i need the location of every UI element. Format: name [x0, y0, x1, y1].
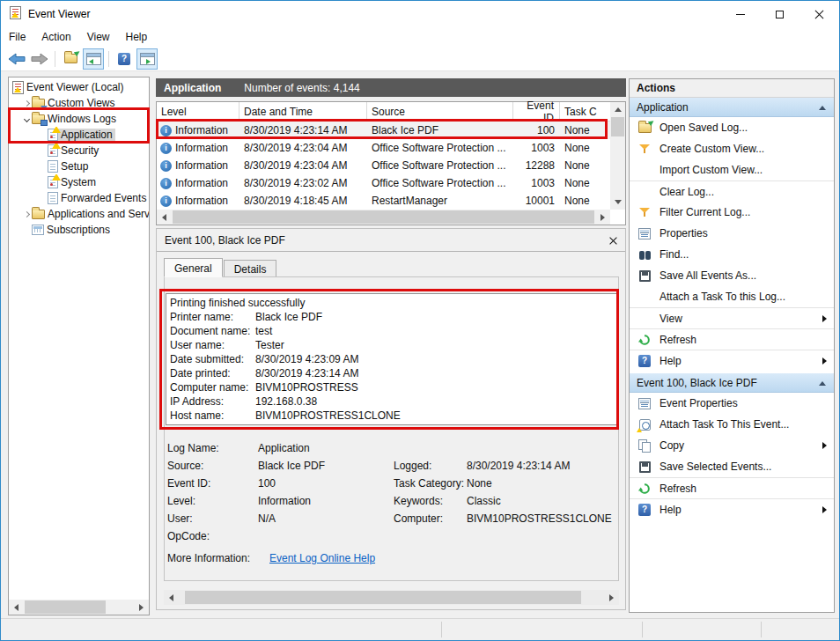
menu-file[interactable]: File — [1, 28, 33, 46]
scrollbar-thumb[interactable] — [185, 591, 581, 604]
column-header-source[interactable]: Source — [367, 102, 513, 121]
action-find[interactable]: Find... — [630, 244, 834, 265]
folder-icon — [32, 210, 45, 219]
tree-horizontal-scrollbar[interactable] — [9, 600, 149, 615]
maximize-icon — [776, 11, 784, 18]
event-row[interactable]: Information 8/30/2019 4:23:02 AM Office … — [157, 174, 610, 192]
level-cell: Information — [157, 195, 239, 207]
toolbar-separator — [108, 51, 109, 67]
close-button[interactable] — [799, 1, 839, 27]
scroll-up-button[interactable] — [610, 102, 625, 117]
chevron-right-icon[interactable] — [21, 212, 32, 217]
scrollbar-thumb[interactable] — [173, 210, 594, 224]
event-row[interactable]: Information 8/30/2019 4:23:04 AM Office … — [157, 157, 610, 174]
field-row: Log Name:Application — [167, 439, 612, 457]
sidebar-item-event-viewer-local[interactable]: Event Viewer (Local) — [9, 79, 149, 95]
menu-help[interactable]: Help — [118, 28, 156, 46]
sidebar-item-application[interactable]: Application — [9, 127, 149, 143]
submenu-arrow-icon — [822, 442, 827, 449]
action-save-all-events-as[interactable]: Save All Events As... — [630, 265, 834, 286]
back-button[interactable] — [6, 48, 27, 70]
sidebar-item-custom-views[interactable]: Custom Views — [9, 95, 149, 111]
event-id-cell: 1003 — [513, 142, 560, 154]
field-row: OpCode: — [167, 527, 612, 545]
action-open-saved-log[interactable]: Open Saved Log... — [630, 117, 834, 138]
open-saved-log-button[interactable] — [60, 48, 81, 70]
event-row[interactable]: Information 8/30/2019 4:23:04 AM Office … — [157, 139, 610, 157]
sidebar-item-applications-and-services[interactable]: Applications and Serv — [9, 206, 149, 222]
collapse-icon[interactable] — [819, 106, 826, 110]
event-description-box[interactable]: Printing finished successfully Printer n… — [166, 293, 617, 425]
detail-horizontal-scrollbar[interactable] — [164, 590, 619, 605]
scroll-left-button[interactable] — [164, 590, 179, 605]
tab-general[interactable]: General — [164, 258, 223, 277]
scrollbar-thumb[interactable] — [611, 117, 624, 136]
sidebar-item-subscriptions[interactable]: Subscriptions — [9, 222, 149, 238]
action-attach-task-to-log[interactable]: Attach a Task To this Log... — [630, 286, 834, 307]
task-icon — [637, 419, 652, 431]
maximize-button[interactable] — [760, 1, 799, 27]
scroll-down-button[interactable] — [610, 195, 625, 210]
show-action-pane-button[interactable] — [136, 48, 158, 70]
show-console-tree-icon — [86, 53, 101, 65]
chevron-down-icon[interactable] — [21, 117, 32, 122]
action-event-properties[interactable]: Event Properties — [630, 393, 834, 414]
action-help-event-submenu[interactable]: Help — [630, 498, 834, 519]
action-help-submenu[interactable]: Help — [630, 350, 834, 371]
sidebar-item-security[interactable]: Security — [9, 143, 149, 158]
scroll-left-button[interactable] — [9, 600, 24, 615]
sidebar-item-windows-logs[interactable]: Windows Logs — [9, 111, 149, 127]
information-icon — [160, 195, 172, 207]
help-button[interactable] — [114, 48, 135, 70]
scroll-right-button[interactable] — [604, 590, 619, 605]
tab-details[interactable]: Details — [224, 260, 277, 277]
show-console-tree-button[interactable] — [83, 48, 104, 70]
events-vertical-scrollbar[interactable] — [610, 102, 625, 210]
event-row-selected[interactable]: Information 8/30/2019 4:23:14 AM Black I… — [157, 122, 610, 139]
column-header-date-and-time[interactable]: Date and Time — [239, 102, 367, 121]
scroll-right-button[interactable] — [134, 600, 149, 615]
sidebar-item-system[interactable]: System — [9, 174, 149, 190]
action-create-custom-view[interactable]: Create Custom View... — [630, 138, 834, 159]
actions-section-application[interactable]: Application — [630, 98, 834, 117]
actions-section-event[interactable]: Event 100, Black Ice PDF — [630, 373, 834, 393]
event-row[interactable]: Information 8/30/2019 4:18:45 AM Restart… — [157, 192, 610, 210]
statusbar-divider — [441, 622, 442, 637]
menu-view[interactable]: View — [79, 28, 118, 46]
minimize-button[interactable] — [720, 1, 760, 27]
sidebar-item-label: Setup — [58, 160, 91, 173]
sidebar-item-label: System — [58, 176, 99, 188]
column-header-event-id[interactable]: Event ID — [513, 102, 560, 121]
action-refresh[interactable]: Refresh — [630, 328, 834, 350]
chevron-right-icon[interactable] — [21, 101, 32, 106]
column-header-task-category[interactable]: Task C — [560, 102, 610, 121]
action-attach-task-to-event[interactable]: Attach Task To This Event... — [630, 414, 834, 435]
action-refresh-event[interactable]: Refresh — [630, 477, 834, 498]
help-icon — [637, 504, 652, 516]
scroll-right-button[interactable] — [595, 210, 610, 225]
scroll-left-button[interactable] — [157, 210, 172, 225]
action-view-submenu[interactable]: View — [630, 307, 834, 328]
field-row: User:N/A Computer:BIVM10PROSTRESS1CLONE — [167, 510, 612, 527]
column-header-level[interactable]: Level — [157, 102, 239, 121]
folder-filter-icon — [32, 99, 45, 108]
events-table-header: Level Date and Time Source Event ID Task… — [157, 102, 610, 122]
event-log-online-help-link[interactable]: Event Log Online Help — [269, 552, 375, 564]
action-import-custom-view[interactable]: Import Custom View... — [630, 159, 834, 181]
menu-action[interactable]: Action — [33, 28, 78, 46]
events-horizontal-scrollbar[interactable] — [157, 210, 610, 225]
action-clear-log[interactable]: Clear Log... — [630, 181, 834, 202]
action-properties[interactable]: Properties — [630, 223, 834, 244]
collapse-icon[interactable] — [819, 381, 826, 386]
sidebar-item-forwarded-events[interactable]: Forwarded Events — [9, 190, 149, 206]
copy-icon — [637, 439, 652, 452]
action-save-selected-events[interactable]: Save Selected Events... — [630, 456, 834, 477]
information-icon — [160, 178, 172, 189]
forward-button[interactable] — [29, 48, 50, 70]
action-copy-submenu[interactable]: Copy — [630, 435, 834, 456]
detail-close-button[interactable] — [607, 234, 619, 247]
sidebar-item-setup[interactable]: Setup — [9, 158, 149, 174]
log-icon — [48, 192, 58, 204]
scrollbar-thumb[interactable] — [25, 600, 106, 614]
action-filter-current-log[interactable]: Filter Current Log... — [630, 202, 834, 223]
